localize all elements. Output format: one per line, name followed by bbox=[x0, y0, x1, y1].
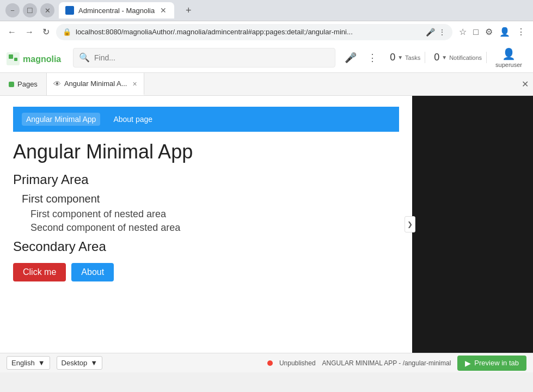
pages-icon bbox=[9, 82, 14, 87]
address-icons: 🎤 ⋮ bbox=[426, 28, 446, 36]
tasks-count: 0 bbox=[390, 52, 395, 63]
browser-titlebar: − ☐ ✕ Admincentral - Magnolia ✕ + bbox=[0, 0, 533, 21]
about-button[interactable]: About bbox=[71, 263, 114, 281]
user-label: superuser bbox=[495, 62, 522, 68]
browser-tab[interactable]: Admincentral - Magnolia ✕ bbox=[59, 2, 174, 19]
language-selector[interactable]: English ▼ bbox=[7, 356, 50, 370]
magnolia-logo: magnolia bbox=[7, 48, 66, 68]
browser-chrome: − ☐ ✕ Admincentral - Magnolia ✕ + ← → ↻ … bbox=[0, 0, 533, 42]
language-value: English bbox=[11, 359, 35, 367]
screenshot-icon[interactable]: □ bbox=[471, 25, 481, 39]
first-component: First component bbox=[22, 193, 399, 205]
language-arrow: ▼ bbox=[38, 359, 45, 367]
tab-active-label: Angular Minimal A... bbox=[64, 79, 127, 88]
mic-icon[interactable]: 🎤 bbox=[426, 28, 435, 36]
svg-rect-1 bbox=[9, 54, 13, 59]
browser-controls: − ☐ ✕ bbox=[5, 3, 54, 17]
status-path: ANGULAR MINIMAL APP - /angular-minimal bbox=[322, 359, 451, 367]
preview-icon: ▶ bbox=[465, 359, 471, 367]
app-tabs: Pages 👁 Angular Minimal A... × ✕ bbox=[0, 73, 533, 96]
tab-close-button[interactable]: × bbox=[132, 79, 137, 88]
unpublished-label: Unpublished bbox=[279, 359, 316, 367]
browser-menu-icons: ☆ □ ⚙ 👤 ⋮ bbox=[457, 24, 528, 39]
tab-pages[interactable]: Pages bbox=[0, 73, 47, 95]
maximize-button[interactable]: ☐ bbox=[23, 3, 37, 17]
page-content: Angular Minimal App About page Angular M… bbox=[0, 96, 412, 353]
close-button[interactable]: ✕ bbox=[40, 3, 54, 17]
nested-first: First component of nested area bbox=[30, 209, 399, 220]
user-icon: 👤 bbox=[502, 47, 516, 60]
header-right: 🎤 ⋮ 0 ▼ Tasks 0 ▼ Notifications 👤 superu… bbox=[342, 47, 526, 68]
device-arrow: ▼ bbox=[90, 359, 97, 367]
address-box[interactable]: 🔒 localhost:8080/magnoliaAuthor/.magnoli… bbox=[56, 24, 452, 40]
preview-button[interactable]: ▶ Preview in tab bbox=[457, 356, 526, 371]
action-buttons: Click me About bbox=[13, 263, 399, 281]
angular-app-nav: Angular Minimal App About page bbox=[13, 107, 399, 132]
svg-text:magnolia: magnolia bbox=[23, 54, 61, 64]
apps-icon[interactable]: ⋮ bbox=[438, 28, 446, 36]
bookmark-icon[interactable]: ☆ bbox=[457, 24, 469, 39]
apps-grid-button[interactable]: ⋮ bbox=[364, 49, 381, 66]
nav-home[interactable]: Angular Minimal App bbox=[22, 113, 100, 126]
header-search[interactable]: 🔍 bbox=[73, 48, 335, 68]
browser-tab-title: Admincentral - Magnolia bbox=[78, 7, 155, 15]
address-text: localhost:8080/magnoliaAuthor/.magnolia/… bbox=[76, 28, 421, 36]
preview-label: Preview in tab bbox=[474, 359, 519, 367]
profile-icon[interactable]: 👤 bbox=[497, 24, 512, 39]
tasks-label: Tasks bbox=[405, 54, 420, 61]
tabs-close-button[interactable]: ✕ bbox=[522, 79, 529, 89]
preview-eye-icon: 👁 bbox=[53, 79, 61, 88]
notifications-label: Notifications bbox=[449, 54, 482, 61]
search-icon: 🔍 bbox=[79, 52, 90, 63]
status-bar: English ▼ Desktop ▼ Unpublished ANGULAR … bbox=[0, 353, 533, 372]
svg-rect-0 bbox=[7, 52, 20, 65]
lock-icon: 🔒 bbox=[63, 28, 71, 36]
user-button[interactable]: 👤 superuser bbox=[491, 47, 526, 68]
search-input[interactable] bbox=[94, 53, 329, 62]
right-panel: ❯ bbox=[412, 96, 533, 353]
extension-icon[interactable]: ⚙ bbox=[483, 24, 495, 39]
device-value: Desktop bbox=[62, 359, 88, 367]
app-header: magnolia 🔍 🎤 ⋮ 0 ▼ Tasks 0 ▼ Notificatio… bbox=[0, 42, 533, 73]
page-inner: Angular Minimal App About page Angular M… bbox=[0, 96, 412, 353]
tasks-arrow: ▼ bbox=[397, 54, 403, 60]
svg-rect-2 bbox=[14, 58, 17, 61]
notifications-counter[interactable]: 0 ▼ Notifications bbox=[430, 52, 487, 63]
tasks-counter[interactable]: 0 ▼ Tasks bbox=[385, 52, 425, 63]
unpublished-dot bbox=[267, 360, 273, 366]
app-title: Angular Minimal App bbox=[13, 140, 399, 163]
more-icon[interactable]: ⋮ bbox=[514, 24, 528, 39]
right-panel-toggle[interactable]: ❯ bbox=[405, 216, 415, 232]
app-main: Angular Minimal App About page Angular M… bbox=[0, 96, 533, 353]
logo-svg: magnolia bbox=[7, 48, 66, 68]
browser-tab-favicon bbox=[65, 6, 74, 15]
nav-about[interactable]: About page bbox=[109, 113, 157, 126]
app-shell: magnolia 🔍 🎤 ⋮ 0 ▼ Tasks 0 ▼ Notificatio… bbox=[0, 42, 533, 372]
device-selector[interactable]: Desktop ▼ bbox=[57, 356, 103, 370]
mic-button[interactable]: 🎤 bbox=[342, 49, 359, 66]
click-me-button[interactable]: Click me bbox=[13, 263, 66, 281]
notifications-arrow: ▼ bbox=[442, 54, 447, 60]
nested-second: Second component of nested area bbox=[30, 222, 399, 234]
notifications-count: 0 bbox=[434, 52, 439, 63]
minimize-button[interactable]: − bbox=[5, 3, 20, 17]
new-tab-button[interactable]: + bbox=[181, 3, 196, 18]
tab-angular-minimal[interactable]: 👁 Angular Minimal A... × bbox=[47, 73, 144, 95]
forward-button[interactable]: → bbox=[23, 25, 36, 39]
primary-area-heading: Primary Area bbox=[13, 172, 399, 187]
tab-pages-label: Pages bbox=[17, 80, 38, 88]
browser-addressbar: ← → ↻ 🔒 localhost:8080/magnoliaAuthor/.m… bbox=[0, 21, 533, 42]
browser-tab-close[interactable]: ✕ bbox=[159, 5, 168, 16]
back-button[interactable]: ← bbox=[5, 25, 19, 39]
secondary-area-heading: Secondary Area bbox=[13, 239, 399, 254]
refresh-button[interactable]: ↻ bbox=[40, 24, 52, 39]
